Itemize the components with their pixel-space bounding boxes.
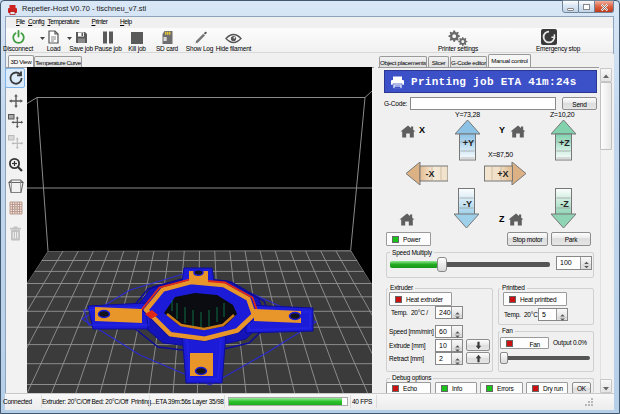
svg-text:-Z: -Z [560,199,569,209]
svg-text:+Y: +Y [463,138,474,148]
svg-text:-X: -X [426,169,435,179]
svg-text:-Y: -Y [463,199,472,209]
svg-text:+X: +X [497,169,508,179]
svg-text:+Z: +Z [559,138,570,148]
